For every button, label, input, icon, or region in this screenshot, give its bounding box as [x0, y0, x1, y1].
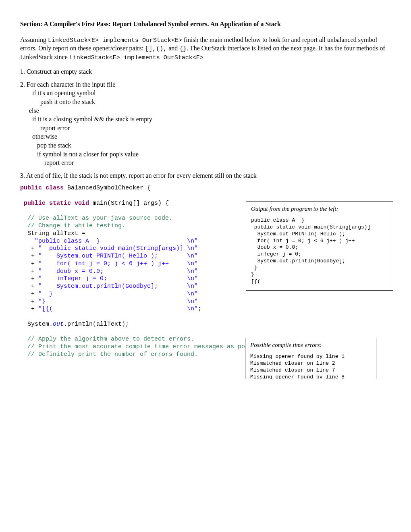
- comment: // Use allText as your java source code.: [20, 215, 172, 222]
- section-title: Section: A Compiler's First Pass: Report…: [20, 20, 391, 29]
- algo-line: if it's an opening symbol: [32, 89, 391, 98]
- string-literal: " doub x = 0.0; \n": [38, 268, 198, 275]
- errors-box-title: Possible compile time errors:: [250, 341, 371, 349]
- string-literal: " } \n": [38, 291, 198, 297]
- algo-line: if symbol is not a closer for pop's valu…: [37, 150, 391, 159]
- output-box-title: Output from the program to the left:: [251, 205, 388, 213]
- code-text: +: [20, 253, 38, 260]
- comment: // Apply the algorithm above to detect e…: [20, 336, 194, 343]
- algo-line: report error: [40, 124, 391, 133]
- code-text: [20, 238, 35, 245]
- string-literal: " System.out PRINTln( Hello ); \n": [38, 253, 198, 260]
- code-text: ;: [198, 305, 201, 312]
- string-literal: "public class A } \n": [35, 238, 198, 245]
- code-area: public class BalancedSymbolChecker { pub…: [20, 185, 391, 358]
- intro-code: LinkedStack<E> implements OurStack<E>: [69, 54, 203, 61]
- string-literal: " for( int j = 0; j < 6 j++ ) j++ \n": [38, 260, 198, 267]
- code-text: String allText =: [20, 230, 89, 237]
- algo-line: report error: [44, 158, 391, 167]
- intro-code: [],(),: [145, 46, 167, 52]
- keyword: public static void: [20, 200, 89, 207]
- comment: // Print the most accurate compile time …: [20, 343, 270, 350]
- intro-code: LinkedStack<E> implements OurStack<E>: [48, 37, 182, 44]
- code-text: +: [20, 268, 38, 275]
- string-literal: " inTeger j = 0; \n": [38, 275, 198, 282]
- algorithm-block: 1. Construct an empty stack 2. For each …: [20, 67, 391, 180]
- comment: // Definitely print the number of errors…: [20, 351, 198, 358]
- string-literal: " public static void main(String[args)] …: [38, 245, 198, 252]
- code-text: +: [20, 275, 38, 282]
- keyword: public class: [20, 185, 64, 191]
- algo-step: 1. Construct an empty stack: [20, 67, 391, 76]
- intro-text: and: [167, 45, 179, 52]
- comment: // Change it while testing.: [20, 222, 125, 229]
- code-text: BalancedSymbolChecker {: [64, 185, 151, 191]
- algo-line: push it onto the stack: [40, 98, 391, 106]
- intro-code: {}: [179, 46, 187, 52]
- code-text: +: [20, 260, 38, 267]
- code-text: +: [20, 291, 38, 297]
- code-text: main(String[] args) {: [89, 200, 169, 207]
- algo-line: else: [29, 106, 391, 115]
- code-text: +: [20, 283, 38, 290]
- algo-step: 3. At end of file, if the stack is not e…: [20, 171, 391, 180]
- code-text: .println(allText);: [64, 321, 129, 328]
- code-text: System.: [20, 321, 53, 328]
- algo-step: 2. For each character in the input file: [20, 80, 391, 89]
- code-text: +: [20, 305, 38, 312]
- output-box: Output from the program to the left: pub…: [246, 202, 393, 290]
- string-literal: "} \n": [38, 298, 198, 305]
- intro-paragraph: Assuming LinkedStack<E> implements OurSt…: [20, 36, 391, 62]
- algo-line: if it is a closing symbol && the stack i…: [32, 115, 391, 124]
- intro-text: Assuming: [20, 36, 48, 43]
- output-box-content: public class A } public static void main…: [251, 217, 388, 285]
- code-text: +: [20, 245, 38, 252]
- algo-line: pop the stack: [37, 141, 391, 150]
- errors-box: Possible compile time errors: Missing op…: [245, 338, 376, 378]
- errors-box-content: Missing opener found by line 1 Mismatche…: [250, 353, 371, 379]
- string-literal: " System.out.println(Goodbye]; \n": [38, 283, 198, 290]
- algo-line: otherwise: [32, 132, 391, 141]
- code-text: +: [20, 298, 38, 305]
- field-ref: out: [53, 321, 64, 328]
- string-literal: "[{( \n": [38, 305, 198, 312]
